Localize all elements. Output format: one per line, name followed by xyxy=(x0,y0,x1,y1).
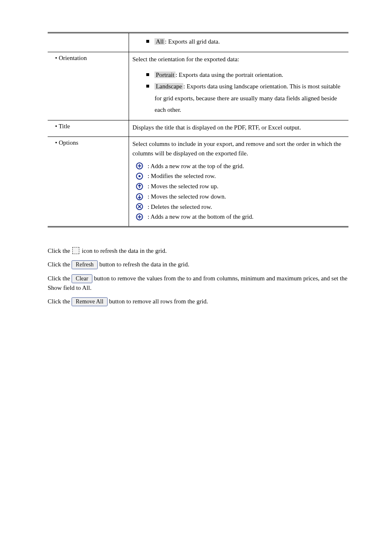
row1-left-label: Orientation xyxy=(51,55,87,61)
add-top-icon[interactable] xyxy=(136,162,143,170)
row1-portrait-item: Portrait: Exports data using the portrai… xyxy=(132,69,345,81)
row1-landscape-item: Landscape: Exports data using landscape … xyxy=(132,81,345,116)
row1-portrait-shaded: Portrait xyxy=(154,72,175,78)
refresh-button[interactable]: Refresh xyxy=(71,260,98,269)
refresh-button-line: Click the Refresh button to refresh the … xyxy=(48,260,348,269)
add-bottom-icon[interactable] xyxy=(136,213,143,221)
clear-button[interactable]: Clear xyxy=(71,274,92,283)
delete-icon[interactable] xyxy=(136,203,143,210)
refresh-icon-pre: Click the xyxy=(48,247,71,254)
row1-landscape-shaded: Landscape xyxy=(154,83,183,90)
row1-right: Select the orientation for the exported … xyxy=(129,52,348,120)
row0-right: All: Exports all grid data. xyxy=(129,33,348,52)
row2-left-label: Title xyxy=(51,123,70,130)
move-down-icon[interactable] xyxy=(136,193,143,201)
row3-right: Select columns to include in your export… xyxy=(129,137,348,227)
row1-portrait-tail: : Exports data using the portrait orient… xyxy=(175,72,283,78)
clear-button-line: Click the Clear button to remove the val… xyxy=(48,274,348,293)
row0-all-tail: : Exports all grid data. xyxy=(165,38,220,45)
row0-all-item: All: Exports all grid data. xyxy=(132,36,345,48)
refresh-icon-post: icon to refresh the data in the grid. xyxy=(80,247,166,254)
refresh-icon[interactable] xyxy=(72,247,79,254)
removeall-button-line: Click the Remove All button to remove al… xyxy=(48,297,348,306)
add-bottom-text: : Adds a new row at the bottom of the gr… xyxy=(148,212,254,222)
removeall-button[interactable]: Remove All xyxy=(71,297,107,306)
row2-right: Displays the title that is displayed on … xyxy=(129,120,348,136)
refresh-btn-pre: Click the xyxy=(48,261,71,268)
row0-all-shaded: All xyxy=(154,38,165,45)
move-up-icon[interactable] xyxy=(136,183,143,190)
row1-left: Orientation xyxy=(48,52,129,120)
refresh-icon-line: Click the icon to refresh the data in th… xyxy=(48,246,348,256)
move-up-text: : Moves the selected row up. xyxy=(148,181,218,192)
below-text-block: Click the icon to refresh the data in th… xyxy=(48,246,348,306)
options-table: All: Exports all grid data. Orientation … xyxy=(48,32,348,227)
row3-left-label: Options xyxy=(51,139,78,146)
row1-text: Select the orientation for the exported … xyxy=(132,55,345,64)
row3-text: Select columns to include in your export… xyxy=(132,139,345,159)
refresh-btn-post: button to refresh the data in the grid. xyxy=(98,261,189,268)
delete-text: : Deletes the selected row. xyxy=(148,202,212,212)
removeall-btn-pre: Click the xyxy=(48,298,71,305)
modify-icon[interactable] xyxy=(136,172,143,180)
clear-btn-pre: Click the xyxy=(48,275,71,282)
removeall-btn-post: button to remove all rows from the grid. xyxy=(108,298,208,305)
modify-text: : Modifies the selected row. xyxy=(148,171,216,181)
row2-left: Title xyxy=(48,120,129,136)
move-down-text: : Moves the selected row down. xyxy=(148,192,226,202)
clear-btn-post: button to remove the values from the to … xyxy=(48,275,347,291)
svg-point-4 xyxy=(138,175,141,177)
row3-left: Options xyxy=(48,137,129,227)
add-top-text: : Adds a new row at the top of the grid. xyxy=(148,161,244,171)
row0-left xyxy=(48,33,129,52)
